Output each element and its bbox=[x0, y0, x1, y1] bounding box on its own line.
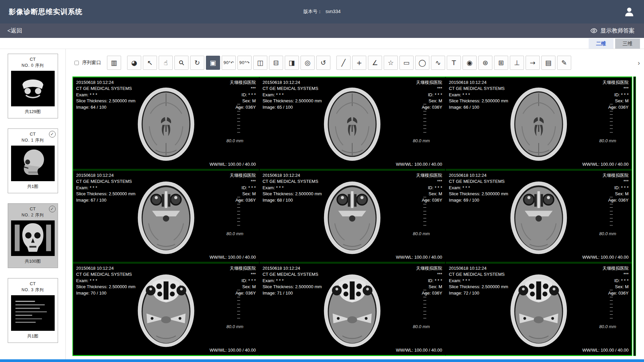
tile-info-left: 20150618 10:12:24 CT GE MEDICAL SYSTEMS … bbox=[263, 265, 322, 296]
ellipse-roi-button[interactable]: ◯ bbox=[415, 56, 429, 70]
point-annotation-button[interactable]: ⊛ bbox=[478, 56, 492, 70]
user-icon bbox=[623, 6, 635, 18]
series-thumbnail bbox=[11, 220, 55, 256]
viewport-tile-6[interactable]: 20150618 10:12:24 CT GE MEDICAL SYSTEMS … bbox=[446, 170, 632, 262]
viewport-tile-9[interactable]: 20150618 10:12:24 CT GE MEDICAL SYSTEMS … bbox=[446, 263, 632, 355]
tile-datetime: 20150618 10:12:24 bbox=[449, 265, 508, 271]
user-avatar-button[interactable] bbox=[623, 6, 635, 18]
viewport-tile-5[interactable]: 20150618 10:12:24 CT GE MEDICAL SYSTEMS … bbox=[260, 170, 445, 262]
tile-info-right: 天堰模拟医院 *** ID: * * * Sex: M Age: 036Y bbox=[230, 265, 256, 296]
pointer-button[interactable]: ↖ bbox=[143, 56, 157, 70]
back-button[interactable]: <返回 bbox=[7, 27, 22, 35]
arrow-annotation-icon: → bbox=[530, 59, 536, 66]
pseudo-color-button[interactable]: ◎ bbox=[301, 56, 315, 70]
tile-manufacturer: CT GE MEDICAL SYSTEMS bbox=[76, 178, 136, 185]
reset-button[interactable]: ↺ bbox=[316, 56, 330, 70]
eraser-button[interactable]: ✎ bbox=[557, 56, 571, 70]
series-card-3[interactable]: CT NO. 3 序列 共1图 bbox=[8, 278, 58, 343]
eraser-icon: ✎ bbox=[561, 59, 567, 66]
tile-hospital: 天堰模拟医院 bbox=[602, 265, 629, 271]
viewer-area: 20150618 10:12:24 CT GE MEDICAL SYSTEMS … bbox=[72, 76, 636, 356]
orthogonal-icon: ⊥ bbox=[514, 59, 520, 66]
viewport-tile-2[interactable]: 20150618 10:12:24 CT GE MEDICAL SYSTEMS … bbox=[260, 77, 445, 169]
zoom-button[interactable]: ⚲ bbox=[174, 56, 189, 70]
horizontal-scrollbar[interactable] bbox=[0, 359, 644, 362]
series-window-checkbox[interactable] bbox=[74, 61, 79, 65]
rectangle-roi-button[interactable]: ▭ bbox=[399, 56, 414, 70]
line-measure-icon: ╱ bbox=[341, 59, 345, 66]
series-count: 共1图 bbox=[10, 333, 56, 339]
wwwl-label: WW/WL: 100.00 / 40.00 bbox=[396, 348, 442, 353]
tile-thickness: Slice Thickness: 2.500000 mm bbox=[76, 191, 136, 197]
ct-slice-image bbox=[317, 174, 387, 258]
text-annotation-icon: T bbox=[452, 59, 456, 66]
tile-patient-id: ID: * * * bbox=[230, 278, 256, 284]
pseudo-color-icon: ◎ bbox=[305, 59, 310, 66]
label-annotation-button[interactable]: ◉ bbox=[463, 56, 477, 70]
viewport-tile-8[interactable]: 20150618 10:12:24 CT GE MEDICAL SYSTEMS … bbox=[260, 263, 445, 355]
tab-2d[interactable]: 二维 bbox=[589, 39, 613, 49]
viewport-tile-7[interactable]: 20150618 10:12:24 CT GE MEDICAL SYSTEMS … bbox=[73, 263, 259, 355]
wwwl-label: WW/WL: 100.00 / 40.00 bbox=[582, 255, 629, 260]
tile-patient-id: ID: * * * bbox=[416, 278, 442, 284]
scale-label: 80.0 mm bbox=[226, 231, 244, 236]
series-card-1[interactable]: ✓ CT NO. 1 序列 共1图 bbox=[8, 128, 58, 193]
grid-button[interactable]: ⊞ bbox=[494, 56, 508, 70]
viewer-main: 序列窗口 ▥ ◕ ↖ ☝ ⚲ ↻ ▣ 90°↶ 90°↷ ◫ ⊟ ◨ bbox=[66, 49, 644, 359]
rotate-right-90-button[interactable]: 90°↷ bbox=[237, 56, 252, 70]
tile-exam: Exam: * * * bbox=[449, 185, 508, 191]
comment-button[interactable]: ▤ bbox=[541, 56, 555, 70]
series-thumbnail bbox=[11, 71, 55, 106]
version-label: 版本号： bbox=[303, 9, 322, 15]
angle-measure-button[interactable]: ∠ bbox=[368, 56, 382, 70]
line-measure-button[interactable]: ╱ bbox=[336, 56, 351, 70]
tile-masked: *** bbox=[416, 86, 442, 92]
text-annotation-button[interactable]: T bbox=[447, 56, 461, 70]
invert-button[interactable]: ◨ bbox=[285, 56, 299, 70]
series-modality: CT bbox=[10, 281, 56, 286]
pointer-icon: ↖ bbox=[147, 59, 153, 66]
image-tools-group: ◕ ↖ ☝ ⚲ ↻ ▣ 90°↶ 90°↷ ◫ ⊟ ◨ ◎ ↺ bbox=[127, 56, 330, 70]
rotate-left-90-button[interactable]: 90°↶ bbox=[222, 56, 236, 70]
tile-sex: Sex: M bbox=[602, 98, 629, 104]
tile-sex: Sex: M bbox=[230, 284, 256, 290]
tile-datetime: 20150618 10:12:24 bbox=[449, 80, 508, 86]
tile-exam: Exam: * * * bbox=[263, 92, 322, 98]
flip-horizontal-button[interactable]: ◫ bbox=[253, 56, 267, 70]
scale-ruler bbox=[237, 197, 240, 228]
tile-masked: *** bbox=[416, 178, 442, 185]
tile-thickness: Slice Thickness: 2.500000 mm bbox=[449, 191, 508, 197]
tile-age: Age: 036Y bbox=[602, 197, 629, 203]
tab-3d[interactable]: 三维 bbox=[615, 39, 640, 49]
viewer-scrollbar[interactable] bbox=[633, 76, 636, 356]
show-teacher-answer-button[interactable]: 显示教师答案 bbox=[588, 27, 637, 35]
tile-info-left: 20150618 10:12:24 CT GE MEDICAL SYSTEMS … bbox=[449, 172, 508, 203]
cross-measure-button[interactable]: + bbox=[352, 56, 366, 70]
region-zoom-button[interactable]: ▣ bbox=[206, 56, 220, 70]
tile-info-right: 天堰模拟医院 *** ID: * * * Sex: M Age: 036Y bbox=[416, 80, 442, 110]
series-card-2[interactable]: ✓ CT NO. 2 序列 共100图 bbox=[8, 203, 58, 268]
grid-icon: ⊞ bbox=[498, 59, 504, 66]
toolbar-collapse-button[interactable]: › bbox=[636, 59, 641, 67]
layout-button[interactable]: ▥ bbox=[107, 56, 121, 70]
ct-slice-image bbox=[504, 174, 574, 258]
polygon-measure-button[interactable]: ☆ bbox=[384, 56, 398, 70]
pan-button[interactable]: ☝ bbox=[159, 56, 173, 70]
flip-vertical-button[interactable]: ⊟ bbox=[269, 56, 283, 70]
rotate-button[interactable]: ↻ bbox=[190, 56, 204, 70]
arrow-annotation-button[interactable]: → bbox=[526, 56, 540, 70]
viewport-tile-1[interactable]: 20150618 10:12:24 CT GE MEDICAL SYSTEMS … bbox=[73, 77, 259, 169]
viewport-tile-4[interactable]: 20150618 10:12:24 CT GE MEDICAL SYSTEMS … bbox=[73, 170, 259, 262]
curve-roi-button[interactable]: ∿ bbox=[431, 56, 445, 70]
tile-hospital: 天堰模拟医院 bbox=[230, 265, 256, 271]
wwwl-label: WW/WL: 100.00 / 40.00 bbox=[210, 162, 256, 167]
tile-masked: *** bbox=[230, 178, 256, 185]
tile-datetime: 20150618 10:12:24 bbox=[76, 172, 136, 178]
orthogonal-button[interactable]: ⊥ bbox=[510, 56, 524, 70]
tile-age: Age: 036Y bbox=[230, 104, 256, 110]
window-level-button[interactable]: ◕ bbox=[127, 56, 141, 70]
tile-sex: Sex: M bbox=[602, 284, 629, 290]
series-card-0[interactable]: CT NO. 0 序列 共129图 bbox=[8, 54, 58, 118]
tile-masked: *** bbox=[602, 86, 629, 92]
viewport-tile-3[interactable]: 20150618 10:12:24 CT GE MEDICAL SYSTEMS … bbox=[446, 77, 632, 169]
